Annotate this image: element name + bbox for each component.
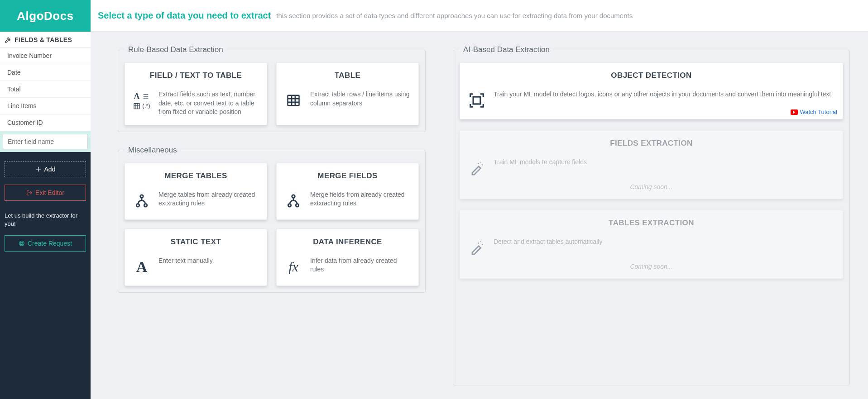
card-object-detection[interactable]: OBJECT DETECTION Train your ML model to … xyxy=(460,62,843,119)
card-tables-extraction: TABLES EXTRACTION Detect and extract tab… xyxy=(460,210,843,279)
svg-line-6 xyxy=(23,242,24,242)
svg-point-21 xyxy=(144,204,147,207)
create-button-label: Create Request xyxy=(28,240,72,247)
logo-text: AlgoDocs xyxy=(17,9,73,23)
object-detection-icon xyxy=(466,90,487,111)
exit-editor-button[interactable]: Exit Editor xyxy=(5,185,86,201)
card-title: MERGE TABLES xyxy=(131,171,260,180)
card-title: OBJECT DETECTION xyxy=(466,71,836,80)
group-legend: AI-Based Data Extraction xyxy=(460,45,553,54)
merge-icon xyxy=(283,190,304,211)
svg-point-2 xyxy=(21,242,23,245)
svg-rect-14 xyxy=(288,95,299,106)
group-legend: Miscellaneous xyxy=(125,146,181,155)
page-subtitle: this section provides a set of data type… xyxy=(276,12,633,19)
youtube-icon xyxy=(791,109,798,115)
svg-rect-10 xyxy=(134,103,139,109)
field-text-icon: A (.*) xyxy=(131,90,152,111)
svg-line-4 xyxy=(23,244,24,245)
field-item[interactable]: Total xyxy=(0,81,91,98)
card-desc: Enter text manually. xyxy=(158,256,260,266)
svg-line-5 xyxy=(20,244,21,245)
group-ai-based: AI-Based Data Extraction OBJECT DETECTIO… xyxy=(453,45,850,385)
letter-a-icon: A xyxy=(131,256,152,277)
card-desc: Infer data from already created rules xyxy=(310,256,412,274)
svg-point-22 xyxy=(292,195,295,198)
card-data-inference[interactable]: DATA INFERENCE fx Infer data from alread… xyxy=(276,229,419,286)
wrench-icon xyxy=(5,36,12,43)
field-list: Invoice Number Date Total Line Items Cus… xyxy=(0,47,91,131)
card-table[interactable]: TABLE Extract table rows / line items us… xyxy=(276,62,419,125)
card-title: MERGE FIELDS xyxy=(283,171,412,180)
card-desc: Merge tables from already created extxra… xyxy=(158,190,260,208)
card-field-text-to-table[interactable]: FIELD / TEXT TO TABLE A (.*) Extract fie… xyxy=(125,62,267,125)
logo[interactable]: AlgoDocs xyxy=(0,0,91,32)
lifebuoy-icon xyxy=(19,240,25,247)
card-title: FIELDS EXTRACTION xyxy=(466,139,836,148)
svg-point-19 xyxy=(140,195,144,198)
exit-icon xyxy=(26,190,33,196)
card-title: DATA INFERENCE xyxy=(283,238,412,247)
svg-point-20 xyxy=(136,204,139,207)
create-request-button[interactable]: Create Request xyxy=(5,235,86,252)
main-content: Rule-Based Data Extraction FIELD / TEXT … xyxy=(91,32,868,399)
card-title: STATIC TEXT xyxy=(131,238,260,247)
field-item[interactable]: Date xyxy=(0,64,91,81)
table-icon xyxy=(283,90,304,111)
card-title: FIELD / TEXT TO TABLE xyxy=(131,71,260,80)
magic-wand-icon xyxy=(466,238,487,258)
svg-point-24 xyxy=(296,204,299,207)
function-fx-icon: fx xyxy=(283,256,304,277)
card-desc: Train ML models to capture fields xyxy=(494,158,836,167)
card-desc: Extract fields such as text, number, dat… xyxy=(158,90,260,117)
page-title: Select a type of data you need to extrac… xyxy=(98,10,271,21)
help-text: Let us build the extractor for you! xyxy=(5,212,86,228)
card-desc: Train your ML model to detect logos, ico… xyxy=(494,90,836,99)
card-desc: Merge fields from already created extxra… xyxy=(310,190,412,208)
sidebar-section-header: FIELDS & TABLES xyxy=(0,32,91,47)
plus-icon xyxy=(35,166,42,172)
watch-tutorial-label: Watch Tutorial xyxy=(800,109,837,115)
svg-line-3 xyxy=(20,242,21,242)
magic-wand-icon xyxy=(466,158,487,179)
merge-icon xyxy=(131,190,152,211)
group-misc: Miscellaneous MERGE TABLES Merge tables … xyxy=(118,146,426,293)
watch-tutorial-link[interactable]: Watch Tutorial xyxy=(791,109,837,115)
card-desc: Detect and extract tables automatically xyxy=(494,238,836,247)
group-rule-based: Rule-Based Data Extraction FIELD / TEXT … xyxy=(118,45,426,132)
card-title: TABLES EXTRACTION xyxy=(466,218,836,228)
coming-soon-label: Coming soon... xyxy=(466,183,836,190)
svg-rect-25 xyxy=(473,97,480,104)
card-merge-tables[interactable]: MERGE TABLES Merge tables from already c… xyxy=(125,163,267,220)
card-static-text[interactable]: STATIC TEXT A Enter text manually. xyxy=(125,229,267,286)
field-item[interactable]: Invoice Number xyxy=(0,48,91,64)
field-name-input[interactable] xyxy=(3,134,88,149)
add-button-label: Add xyxy=(44,166,56,173)
sidebar-section-title: FIELDS & TABLES xyxy=(14,36,72,43)
card-merge-fields[interactable]: MERGE FIELDS Merge fields from already c… xyxy=(276,163,419,220)
group-legend: Rule-Based Data Extraction xyxy=(125,45,227,54)
sidebar: FIELDS & TABLES Invoice Number Date Tota… xyxy=(0,32,91,399)
field-item[interactable]: Line Items xyxy=(0,98,91,114)
card-desc: Extract table rows / line items using co… xyxy=(310,90,412,108)
add-button[interactable]: Add xyxy=(5,161,86,177)
exit-button-label: Exit Editor xyxy=(35,189,64,196)
svg-point-23 xyxy=(288,204,291,207)
field-item[interactable]: Customer ID xyxy=(0,114,91,131)
card-fields-extraction: FIELDS EXTRACTION Train ML models to cap… xyxy=(460,130,843,199)
page-header: Select a type of data you need to extrac… xyxy=(91,0,868,32)
card-title: TABLE xyxy=(283,71,412,80)
coming-soon-label: Coming soon... xyxy=(466,263,836,270)
